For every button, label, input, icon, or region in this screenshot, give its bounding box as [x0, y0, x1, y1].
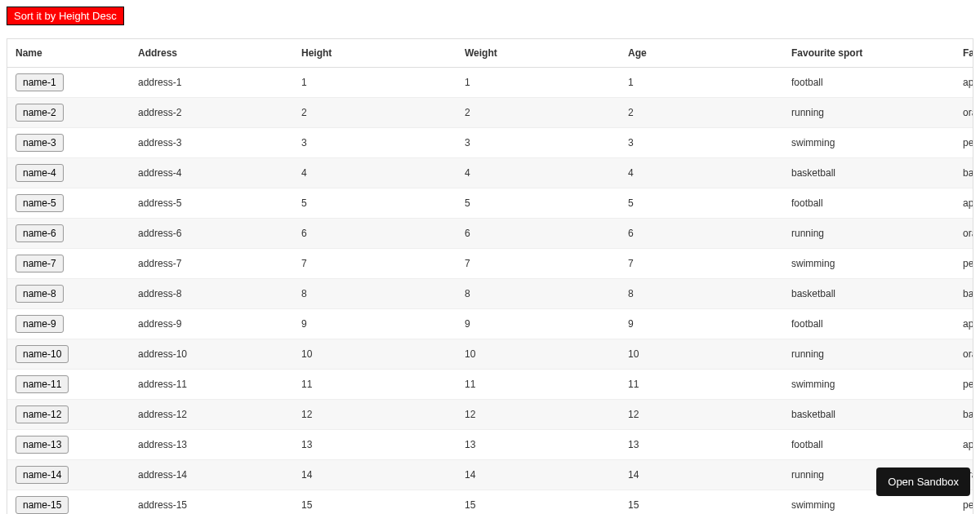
cell-weight: 13	[457, 430, 620, 460]
cell-address: address-10	[130, 339, 293, 370]
cell-age: 4	[620, 158, 783, 188]
cell-age: 11	[620, 370, 783, 400]
data-table-container: Name Address Height Weight Age Favourite…	[7, 38, 973, 514]
cell-height: 9	[293, 309, 457, 339]
cell-address: address-12	[130, 400, 293, 430]
name-button[interactable]: name-3	[16, 134, 64, 152]
cell-sport: running	[783, 339, 955, 370]
cell-weight: 3	[457, 128, 620, 158]
name-button[interactable]: name-1	[16, 73, 64, 91]
table-row: name-12address-12121212basketballbana	[7, 400, 973, 430]
cell-name: name-10	[7, 339, 130, 370]
cell-address: address-11	[130, 370, 293, 400]
cell-weight: 1	[457, 68, 620, 98]
name-button[interactable]: name-15	[16, 496, 69, 514]
data-table: Name Address Height Weight Age Favourite…	[7, 39, 973, 514]
table-row: name-9address-9999footballappl	[7, 309, 973, 339]
cell-age: 8	[620, 279, 783, 309]
column-header-weight[interactable]: Weight	[457, 39, 620, 68]
cell-weight: 9	[457, 309, 620, 339]
cell-address: address-13	[130, 430, 293, 460]
cell-fruit: oran	[955, 98, 973, 128]
cell-name: name-14	[7, 460, 130, 490]
cell-age: 6	[620, 219, 783, 249]
column-header-name[interactable]: Name	[7, 39, 130, 68]
column-header-fruit[interactable]: Fav	[955, 39, 973, 68]
cell-address: address-15	[130, 490, 293, 515]
cell-address: address-1	[130, 68, 293, 98]
cell-address: address-6	[130, 219, 293, 249]
cell-fruit: appl	[955, 188, 973, 219]
table-row: name-7address-7777swimmingpea	[7, 249, 973, 279]
cell-fruit: pea	[955, 249, 973, 279]
cell-sport: football	[783, 188, 955, 219]
cell-address: address-9	[130, 309, 293, 339]
name-button[interactable]: name-12	[16, 405, 69, 423]
cell-height: 7	[293, 249, 457, 279]
cell-weight: 8	[457, 279, 620, 309]
open-sandbox-button[interactable]: Open Sandbox	[876, 467, 970, 496]
cell-weight: 15	[457, 490, 620, 515]
cell-fruit: appl	[955, 430, 973, 460]
cell-height: 6	[293, 219, 457, 249]
cell-weight: 14	[457, 460, 620, 490]
column-header-height[interactable]: Height	[293, 39, 457, 68]
cell-address: address-14	[130, 460, 293, 490]
name-button[interactable]: name-14	[16, 466, 69, 484]
cell-weight: 7	[457, 249, 620, 279]
cell-sport: basketball	[783, 158, 955, 188]
cell-age: 7	[620, 249, 783, 279]
table-row: name-6address-6666runningoran	[7, 219, 973, 249]
cell-height: 5	[293, 188, 457, 219]
name-button[interactable]: name-2	[16, 104, 64, 122]
name-button[interactable]: name-5	[16, 194, 64, 212]
cell-name: name-1	[7, 68, 130, 98]
cell-sport: running	[783, 98, 955, 128]
cell-weight: 2	[457, 98, 620, 128]
column-header-address[interactable]: Address	[130, 39, 293, 68]
cell-height: 3	[293, 128, 457, 158]
cell-name: name-2	[7, 98, 130, 128]
cell-height: 14	[293, 460, 457, 490]
name-button[interactable]: name-6	[16, 224, 64, 242]
cell-height: 13	[293, 430, 457, 460]
name-button[interactable]: name-7	[16, 255, 64, 273]
cell-height: 15	[293, 490, 457, 515]
cell-age: 13	[620, 430, 783, 460]
column-header-age[interactable]: Age	[620, 39, 783, 68]
cell-age: 3	[620, 128, 783, 158]
cell-fruit: bana	[955, 158, 973, 188]
name-button[interactable]: name-10	[16, 345, 69, 363]
name-button[interactable]: name-4	[16, 164, 64, 182]
cell-name: name-9	[7, 309, 130, 339]
cell-fruit: appl	[955, 309, 973, 339]
table-row: name-1address-1111footballappl	[7, 68, 973, 98]
cell-address: address-3	[130, 128, 293, 158]
sort-height-desc-button[interactable]: Sort it by Height Desc	[7, 7, 124, 25]
cell-height: 1	[293, 68, 457, 98]
cell-fruit: bana	[955, 400, 973, 430]
table-row: name-3address-3333swimmingpea	[7, 128, 973, 158]
cell-sport: swimming	[783, 249, 955, 279]
name-button[interactable]: name-13	[16, 436, 69, 454]
cell-fruit: oran	[955, 219, 973, 249]
cell-sport: swimming	[783, 128, 955, 158]
cell-name: name-13	[7, 430, 130, 460]
name-button[interactable]: name-11	[16, 375, 69, 393]
cell-fruit: pea	[955, 128, 973, 158]
cell-sport: football	[783, 68, 955, 98]
column-header-sport[interactable]: Favourite sport	[783, 39, 955, 68]
cell-weight: 6	[457, 219, 620, 249]
table-row: name-2address-2222runningoran	[7, 98, 973, 128]
cell-fruit: appl	[955, 68, 973, 98]
cell-weight: 4	[457, 158, 620, 188]
cell-height: 11	[293, 370, 457, 400]
name-button[interactable]: name-9	[16, 315, 64, 333]
cell-height: 8	[293, 279, 457, 309]
cell-address: address-7	[130, 249, 293, 279]
name-button[interactable]: name-8	[16, 285, 64, 303]
cell-sport: running	[783, 219, 955, 249]
cell-address: address-8	[130, 279, 293, 309]
cell-sport: football	[783, 309, 955, 339]
cell-age: 14	[620, 460, 783, 490]
